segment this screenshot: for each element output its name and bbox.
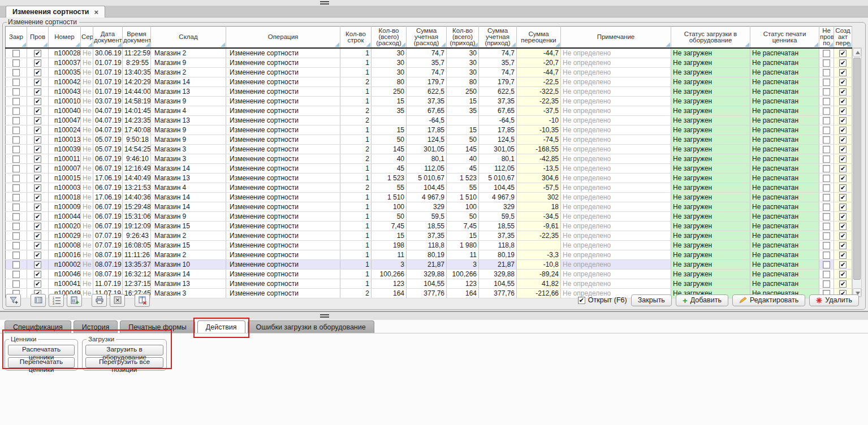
- open-f6-checkbox-box[interactable]: ✔: [578, 297, 585, 304]
- unchecked-checkbox-icon[interactable]: [823, 155, 830, 163]
- unchecked-checkbox-icon[interactable]: [823, 50, 830, 57]
- unchecked-checkbox-icon[interactable]: [823, 251, 830, 259]
- calculator-add-icon[interactable]: [67, 294, 82, 307]
- print-pricetags-button[interactable]: Распечатать ценники: [8, 345, 75, 355]
- checked-checkbox-icon[interactable]: ✔: [839, 223, 847, 230]
- unchecked-checkbox-icon[interactable]: [12, 79, 20, 86]
- checked-checkbox-icon[interactable]: ✔: [839, 88, 847, 96]
- col-series[interactable]: Сери: [81, 27, 93, 49]
- checked-checkbox-icon[interactable]: ✔: [34, 50, 41, 57]
- unchecked-checkbox-icon[interactable]: [12, 127, 20, 134]
- delete-button[interactable]: Удалить: [809, 294, 859, 306]
- close-tab-icon[interactable]: ×: [94, 8, 99, 16]
- filter-add-icon[interactable]: [6, 294, 21, 307]
- table-row[interactable]: ✔п100044Не о06.07.1915:31:06Магазин 9Изм…: [6, 211, 852, 221]
- table-row[interactable]: ✔п100002Не о08.07.1913:35:37Магазин 10Из…: [6, 259, 852, 269]
- checked-checkbox-icon[interactable]: ✔: [34, 59, 41, 67]
- table-row[interactable]: ✔п100040Не о04.07.1914:01:45Магазин 4Изм…: [6, 106, 852, 115]
- splitter-handle-icon[interactable]: [320, 314, 329, 318]
- unchecked-checkbox-icon[interactable]: [823, 213, 830, 220]
- unchecked-checkbox-icon[interactable]: [12, 242, 20, 249]
- unchecked-checkbox-icon[interactable]: [823, 232, 830, 240]
- unchecked-checkbox-icon[interactable]: [12, 165, 20, 172]
- checked-checkbox-icon[interactable]: ✔: [34, 251, 41, 259]
- table-row[interactable]: ✔п100046Не о08.07.1916:32:12Магазин 14Из…: [6, 269, 852, 279]
- load-to-equipment-button[interactable]: Загрузить в оборудование: [85, 345, 163, 355]
- checked-checkbox-icon[interactable]: ✔: [34, 146, 41, 153]
- col-sum-out[interactable]: Сумма учетная (расход): [407, 27, 447, 49]
- unchecked-checkbox-icon[interactable]: [823, 146, 830, 153]
- tab-istoriya[interactable]: История: [74, 320, 118, 333]
- col-load-status[interactable]: Статус загрузки в оборудование: [671, 27, 750, 49]
- col-revaluation-sum[interactable]: Сумма переоценки: [517, 27, 561, 49]
- unchecked-checkbox-icon[interactable]: [823, 107, 830, 115]
- checked-checkbox-icon[interactable]: ✔: [839, 136, 847, 144]
- checked-checkbox-icon[interactable]: ✔: [34, 223, 41, 230]
- checked-checkbox-icon[interactable]: ✔: [839, 50, 847, 57]
- table-row[interactable]: ✔п100039Не о05.07.1914:54:25Магазин 3Изм…: [6, 144, 852, 154]
- unchecked-checkbox-icon[interactable]: [823, 280, 830, 288]
- checked-checkbox-icon[interactable]: ✔: [839, 251, 847, 259]
- tab-pechatnye-formy[interactable]: Печатные формы: [120, 320, 195, 333]
- unchecked-checkbox-icon[interactable]: [823, 69, 830, 76]
- col-not-checked[interactable]: Не пров по: [819, 27, 834, 49]
- checked-checkbox-icon[interactable]: ✔: [839, 59, 847, 67]
- table-row[interactable]: ✔п100028Не о30.06.1911:22:59Магазин 2Изм…: [6, 48, 852, 58]
- checked-checkbox-icon[interactable]: ✔: [34, 98, 41, 105]
- col-number[interactable]: Номер: [49, 27, 81, 49]
- table-row[interactable]: ✔п100016Не о08.07.1911:11:26Магазин 2Изм…: [6, 250, 852, 259]
- checked-checkbox-icon[interactable]: ✔: [34, 194, 41, 201]
- reload-all-positions-button[interactable]: Перегрузить все позиции: [85, 357, 163, 368]
- checked-checkbox-icon[interactable]: ✔: [839, 203, 847, 211]
- unchecked-checkbox-icon[interactable]: [12, 213, 20, 220]
- checked-checkbox-icon[interactable]: ✔: [839, 280, 847, 288]
- checked-checkbox-icon[interactable]: ✔: [839, 175, 847, 182]
- checked-checkbox-icon[interactable]: ✔: [34, 213, 41, 220]
- checked-checkbox-icon[interactable]: ✔: [839, 155, 847, 163]
- tab-oshibki-zagruzki[interactable]: Ошибки загрузки в оборудование: [248, 320, 374, 333]
- checked-checkbox-icon[interactable]: ✔: [34, 155, 41, 163]
- numbered-list-icon[interactable]: 123: [49, 294, 64, 307]
- checked-checkbox-icon[interactable]: ✔: [34, 88, 41, 96]
- table-row[interactable]: ✔п100037Не о01.07.198:29:55Магазин 9Изме…: [6, 58, 852, 67]
- unchecked-checkbox-icon[interactable]: [12, 136, 20, 144]
- col-checked[interactable]: Пров: [27, 27, 49, 49]
- unchecked-checkbox-icon[interactable]: [12, 98, 20, 105]
- unchecked-checkbox-icon[interactable]: [12, 146, 20, 153]
- checked-checkbox-icon[interactable]: ✔: [34, 117, 41, 124]
- checked-checkbox-icon[interactable]: ✔: [34, 175, 41, 182]
- checked-checkbox-icon[interactable]: ✔: [839, 107, 847, 115]
- table-row[interactable]: ✔п100007Не о06.07.1912:16:49Магазин 14Из…: [6, 163, 852, 173]
- unchecked-checkbox-icon[interactable]: [12, 59, 20, 67]
- tab-deystviya[interactable]: Действия: [197, 320, 245, 333]
- checked-checkbox-icon[interactable]: ✔: [839, 213, 847, 220]
- table-row[interactable]: ✔п100015Не о17.06.1914:40:49Магазин 13Из…: [6, 173, 852, 183]
- horizontal-splitter[interactable]: [0, 311, 868, 320]
- col-warehouse[interactable]: Склад: [151, 27, 226, 49]
- splitter-handle-icon[interactable]: [320, 1, 329, 5]
- table-row[interactable]: ✔п100035Не о01.07.1913:40:35Магазин 2Изм…: [6, 67, 852, 77]
- unchecked-checkbox-icon[interactable]: [823, 165, 830, 172]
- checked-checkbox-icon[interactable]: ✔: [839, 271, 847, 278]
- checked-checkbox-icon[interactable]: ✔: [839, 242, 847, 249]
- vertical-scrollbar[interactable]: [852, 47, 862, 297]
- unchecked-checkbox-icon[interactable]: [823, 59, 830, 67]
- checked-checkbox-icon[interactable]: ✔: [839, 232, 847, 240]
- checked-checkbox-icon[interactable]: ✔: [34, 127, 41, 134]
- checked-checkbox-icon[interactable]: ✔: [839, 261, 847, 268]
- checked-checkbox-icon[interactable]: ✔: [839, 98, 847, 105]
- checked-checkbox-icon[interactable]: ✔: [839, 184, 847, 192]
- checked-checkbox-icon[interactable]: ✔: [34, 242, 41, 249]
- table-row[interactable]: ✔п100010Не о03.07.1914:58:19Магазин 9Изм…: [6, 96, 852, 106]
- table-row[interactable]: ✔п100009Не о06.07.1915:29:48Магазин 14Из…: [6, 202, 852, 211]
- unchecked-checkbox-icon[interactable]: [12, 50, 20, 57]
- checked-checkbox-icon[interactable]: ✔: [34, 184, 41, 192]
- col-note[interactable]: Примечание: [561, 27, 671, 49]
- checked-checkbox-icon[interactable]: ✔: [34, 107, 41, 115]
- col-line-count[interactable]: Кол-во строк: [340, 27, 372, 49]
- table-row[interactable]: ✔п100041Не о11.07.1912:37:15Магазин 13Из…: [6, 279, 852, 288]
- checked-checkbox-icon[interactable]: ✔: [839, 165, 847, 172]
- table-row[interactable]: ✔п100024Не о04.07.1917:40:08Магазин 9Изм…: [6, 125, 852, 135]
- col-print-status[interactable]: Статус печати ценника: [750, 27, 819, 49]
- table-row[interactable]: ✔п100003Не о06.07.1913:21:53Магазин 4Изм…: [6, 183, 852, 192]
